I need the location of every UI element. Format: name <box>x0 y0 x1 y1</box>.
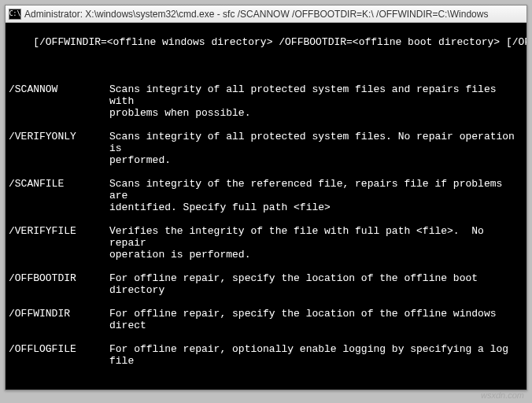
help-header: [/OFFWINDIR=<offline windows directory> … <box>9 36 523 48</box>
option-verifyfile: /VERIFYFILEVerifies the integrity of the… <box>9 225 523 261</box>
cmd-icon: C:\ <box>9 9 21 20</box>
terminal-output[interactable]: [/OFFWINDIR=<offline windows directory> … <box>6 23 526 390</box>
blank-line <box>9 60 523 72</box>
option-scannow: /SCANNOWScans integrity of all protected… <box>9 83 523 119</box>
watermark-text: wsxdn.com <box>481 390 524 400</box>
option-offbootdir: /OFFBOOTDIRFor offline repair, specify t… <box>9 272 523 296</box>
titlebar[interactable]: C:\ Administrator: X:\windows\system32\c… <box>6 6 526 23</box>
option-scanfile: /SCANFILEScans integrity of the referenc… <box>9 178 523 213</box>
option-offlogfile: /OFFLOGFILEFor offline repair, optionall… <box>9 343 523 367</box>
window-title: Administrator: X:\windows\system32\cmd.e… <box>24 9 488 20</box>
blank-line <box>9 379 523 390</box>
option-offwindir: /OFFWINDIRFor offline repair, specify th… <box>9 308 523 331</box>
cmd-window: C:\ Administrator: X:\windows\system32\c… <box>5 5 527 390</box>
option-verifyonly: /VERIFYONLYScans integrity of all protec… <box>9 131 523 166</box>
